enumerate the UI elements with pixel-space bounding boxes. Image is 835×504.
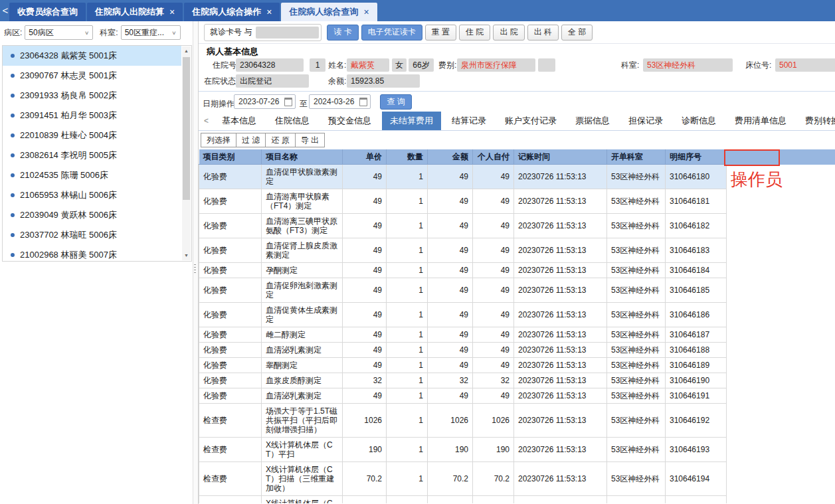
table-row[interactable]: 检查费场强大于等于1.5T磁共振平扫（平扫后即刻做增强扫描）1026110261…: [199, 404, 727, 438]
table-cell: 20230726 11:53:13: [514, 438, 607, 462]
patient-list-item[interactable]: 23064328 戴紫英 5001床: [3, 46, 181, 66]
scroll-down-icon[interactable]: ▼: [182, 251, 191, 260]
reset-button[interactable]: 重 置: [425, 25, 456, 41]
col-billing-time[interactable]: 记账时间: [514, 149, 607, 165]
col-quantity[interactable]: 数量: [387, 149, 428, 165]
patient-list-item[interactable]: 23037702 林瑞旺 5006床: [3, 225, 181, 245]
detail-tab-account-payment-records[interactable]: 账户支付记录: [497, 112, 565, 130]
table-row[interactable]: 化验费孕酮测定491494920230726 11:53:1353区神经外科31…: [199, 263, 727, 278]
scroll-up-icon[interactable]: ▲: [182, 46, 191, 56]
patient-list-item[interactable]: 21024535 陈珊 5006床: [3, 165, 181, 185]
bullet-icon: [11, 74, 15, 78]
patient-list-item[interactable]: 23091933 杨良帛 5002床: [3, 86, 181, 106]
table-row[interactable]: 检查费X线计算机体层（CT）平扫190119019020230726 11:53…: [199, 438, 727, 462]
date-to-input[interactable]: 2024-03-26: [309, 94, 371, 109]
table-row[interactable]: 化验费血清游离甲状腺素（FT4）测定491494920230726 11:53:…: [199, 189, 727, 214]
col-ordering-dept[interactable]: 开单科室: [607, 149, 666, 165]
patient-list-item[interactable]: 23090767 林志灵 5001床: [3, 66, 181, 86]
all-button[interactable]: 全 部: [561, 25, 593, 41]
detail-tab-diagnosis-info[interactable]: 诊断信息: [674, 112, 724, 130]
table-row[interactable]: 化验费血清泌乳素测定491494920230726 11:53:1353区神经外…: [199, 343, 727, 358]
table-row[interactable]: 化验费血清促甲状腺激素测定491494920230726 11:53:1353区…: [199, 165, 727, 189]
detail-tab-basic-info[interactable]: 基本信息: [214, 112, 264, 130]
patient-list-item[interactable]: 21065953 林锡山 5006床: [3, 185, 181, 205]
detail-tab-prepayment-info[interactable]: 预交金信息: [320, 112, 379, 130]
tab-close-icon[interactable]: ×: [169, 7, 175, 17]
discharge-button[interactable]: 出 院: [493, 25, 524, 41]
patient-label: 23090767 林志灵 5001床: [20, 70, 117, 82]
table-row[interactable]: 化验费血浆皮质醇测定321323220230726 11:53:1353区神经外…: [199, 373, 727, 388]
calendar-icon[interactable]: [284, 98, 292, 106]
date-from-input[interactable]: 2023-07-26: [234, 94, 296, 109]
scrollbar-thumb[interactable]: [183, 57, 190, 200]
table-row[interactable]: 化验费血清泌乳素测定491494920230726 11:53:1353区神经外…: [199, 388, 727, 404]
table-row[interactable]: 化验费睾酮测定491494920230726 11:53:1353区神经外科31…: [199, 358, 727, 373]
read-card-button[interactable]: 读 卡: [327, 25, 358, 41]
patient-list-scrollbar[interactable]: ▲ ▼: [182, 46, 191, 260]
window-tab-inpatient-operation[interactable]: 住院病人综合操作×: [184, 3, 280, 21]
tab-scroll-left-icon[interactable]: <: [204, 116, 209, 126]
e-certificate-read-card-button[interactable]: 电子凭证读卡: [361, 25, 422, 41]
detail-tabs: 基本信息住院信息预交金信息未结算费用结算记录账户支付记录票据信息担保记录诊断信息…: [214, 112, 835, 130]
back-chevron-icon[interactable]: <: [1, 1, 9, 20]
table-cell: 310646188: [666, 343, 727, 358]
table-cell: 20230726 11:53:13: [514, 238, 607, 263]
patient-list-item[interactable]: 21002968 林丽美 5007床: [3, 245, 181, 262]
col-detail-seq[interactable]: 明细序号: [666, 149, 727, 165]
table-row[interactable]: 化验费血清促黄体生成素测定491494920230726 11:53:1353区…: [199, 303, 727, 327]
detail-tab-hospitalization-info[interactable]: 住院信息: [267, 112, 318, 130]
patient-list-item[interactable]: 23091451 柏月华 5003床: [3, 106, 181, 126]
detail-tab-guarantee-records[interactable]: 担保记录: [620, 112, 671, 130]
query-button[interactable]: 查 询: [380, 94, 412, 110]
table-cell: 孕酮测定: [262, 263, 343, 278]
table-cell: 310646187: [666, 327, 727, 343]
panel-splitter[interactable]: [193, 21, 199, 504]
table-row[interactable]: X线计算机体层（CT）: [199, 496, 727, 504]
table-row[interactable]: 化验费血清促肾上腺皮质激素测定491494920230726 11:53:135…: [199, 238, 727, 263]
column-select-button[interactable]: 列选择: [201, 133, 236, 147]
export-button[interactable]: 导 出: [295, 133, 325, 147]
dept-select[interactable]: 50区重症... ∨: [121, 25, 181, 40]
inpatient-button[interactable]: 住 院: [459, 25, 490, 41]
col-item-category[interactable]: 项目类别: [199, 149, 262, 165]
patient-list-item[interactable]: 22039049 黄跃林 5006床: [3, 205, 181, 225]
app-window: < 收费员综合查询住院病人出院结算×住院病人综合操作×住院病人综合查询× 病区:…: [0, 0, 835, 504]
col-amount[interactable]: 金额: [428, 149, 473, 165]
card-number-input[interactable]: [256, 27, 319, 39]
table-row[interactable]: 化验费血清游离三碘甲状原氨酸（FT3）测定491494920230726 11:…: [199, 214, 727, 238]
detail-tab-fee-list-info[interactable]: 费用清单信息: [727, 112, 794, 130]
tab-close-icon[interactable]: ×: [266, 7, 272, 17]
col-self-pay[interactable]: 个人自付: [473, 149, 514, 165]
table-cell: 1: [387, 358, 428, 373]
window-tab-inpatient-query[interactable]: 住院病人综合查询×: [281, 3, 377, 21]
table-cell: 70.2: [473, 462, 514, 496]
detail-tab-unsettled-fees[interactable]: 未结算费用: [382, 112, 441, 130]
table-row[interactable]: 化验费血清促卵泡刺激素测定491494920230726 11:53:1353区…: [199, 278, 727, 303]
col-unit-price[interactable]: 单价: [343, 149, 387, 165]
tab-close-icon[interactable]: ×: [363, 7, 369, 17]
balance-label: 余额:: [328, 74, 346, 88]
col-item-name[interactable]: 项目名称: [262, 149, 343, 165]
calendar-icon[interactable]: [359, 98, 367, 106]
table-cell: 49: [343, 343, 387, 358]
table-cell: 49: [343, 263, 387, 278]
patient-list-item[interactable]: 23082614 李祝明 5005床: [3, 145, 181, 165]
patient-list-item[interactable]: 22010839 杜臻心 5004床: [3, 126, 181, 145]
out-of-dept-button[interactable]: 出 科: [527, 25, 559, 41]
ward-select[interactable]: 50病区 ∨: [25, 25, 93, 40]
restore-button[interactable]: 还 原: [265, 133, 295, 147]
table-cell: [514, 496, 607, 504]
status-label: 在院状态:: [204, 74, 238, 88]
table-cell: 310646181: [666, 189, 727, 214]
table-row[interactable]: 化验费雌二醇测定491494920230726 11:53:1353区神经外科3…: [199, 327, 727, 343]
table-row[interactable]: 检查费X线计算机体层（CT）扫描（三维重建加收）70.2170.270.2202…: [199, 462, 727, 496]
detail-tab-invoice-info[interactable]: 票据信息: [567, 112, 618, 130]
filter-button[interactable]: 过 滤: [236, 133, 266, 147]
table-cell: 场强大于等于1.5T磁共振平扫（平扫后即刻做增强扫描）: [262, 404, 343, 438]
detail-tab-fee-type-conversion[interactable]: 费别转换记录: [797, 112, 835, 130]
window-tab-cashier-query[interactable]: 收费员综合查询: [9, 3, 86, 21]
detail-tab-settlement-records[interactable]: 结算记录: [444, 112, 494, 130]
window-tab-discharge-settlement[interactable]: 住院病人出院结算×: [87, 3, 183, 21]
table-cell: 20230726 11:53:13: [514, 189, 607, 214]
table-cell: X线计算机体层（CT）: [262, 496, 343, 504]
